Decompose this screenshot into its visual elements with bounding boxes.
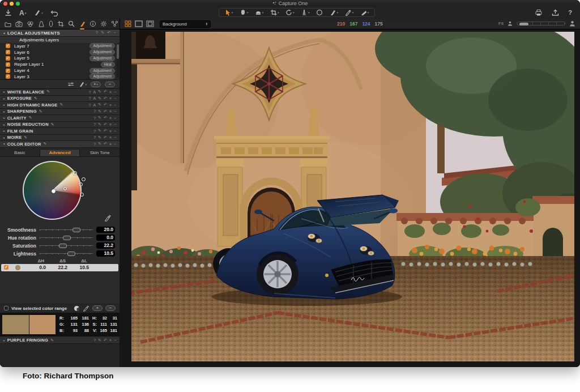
help-icon[interactable]: ?: [93, 129, 96, 133]
layer-brush-icon[interactable]: ▾: [78, 81, 87, 87]
select-tool-button[interactable]: ▾: [225, 9, 233, 16]
slider-value[interactable]: 0.0: [96, 235, 115, 241]
layer-row[interactable]: ✓Layer 4Adjustment: [0, 67, 120, 74]
panel-noise-reduction[interactable]: ▸ NOISE REDUCTION ✎ ?✎↶≡−: [0, 122, 120, 129]
crop-tool-button[interactable]: ▾: [270, 9, 279, 16]
collapse-panel-icon[interactable]: −: [114, 90, 116, 94]
exposure-tool-tab[interactable]: [49, 20, 53, 27]
menu-icon[interactable]: ≡: [109, 122, 112, 126]
zoom-slider-thumb[interactable]: [519, 23, 528, 25]
menu-icon[interactable]: ≡: [109, 135, 112, 139]
background-selector[interactable]: Background ▲▼: [160, 20, 211, 28]
pencil-icon[interactable]: ✎: [98, 116, 101, 120]
invert-slice-icon[interactable]: [74, 305, 80, 312]
tab-advanced[interactable]: Advanced: [40, 149, 80, 156]
panel-film-grain[interactable]: ▸ FILM GRAIN ?✎↶≡−: [0, 128, 120, 135]
pencil-icon[interactable]: ✎: [51, 122, 54, 127]
pencil-icon[interactable]: ✎: [98, 122, 101, 127]
layer-row[interactable]: ✓Layer 7Adjustment: [0, 43, 120, 49]
collapse-panel-icon[interactable]: −: [114, 96, 116, 100]
layer-row[interactable]: ✓Layer 6Adjustment: [0, 49, 120, 56]
color-tool-tab[interactable]: [27, 21, 34, 27]
pencil-icon[interactable]: ✎: [98, 109, 101, 114]
pencil-icon[interactable]: ✎: [98, 338, 101, 343]
pencil-icon[interactable]: ✎: [24, 135, 27, 140]
collapse-panel-icon[interactable]: −: [114, 142, 116, 146]
panel-exposure[interactable]: ▸ EXPOSURE ✎ ?A✎↶≡−: [0, 96, 120, 103]
collapse-panel-icon[interactable]: −: [114, 31, 116, 35]
slider-value[interactable]: 20.0: [96, 227, 115, 233]
lens-tool-tab[interactable]: [38, 21, 45, 27]
slider-value[interactable]: 10.5: [96, 250, 115, 257]
pencil-icon[interactable]: ✎: [98, 103, 101, 107]
help-icon[interactable]: ?: [93, 338, 96, 342]
menu-icon[interactable]: ≡: [109, 90, 112, 94]
color-range-handle[interactable]: [63, 187, 67, 190]
collapse-panel-icon[interactable]: −: [114, 338, 116, 342]
multi-view-button[interactable]: [125, 20, 131, 27]
pencil-icon[interactable]: ✎: [39, 109, 42, 114]
primary-view-button[interactable]: [135, 20, 143, 27]
straighten-tool-button[interactable]: ▾: [301, 9, 310, 16]
reset-icon[interactable]: ↶: [104, 90, 107, 94]
title-bar[interactable]: Capture One: [0, 0, 580, 7]
pencil-icon[interactable]: ✎: [98, 129, 101, 133]
details-tool-tab[interactable]: [68, 20, 75, 27]
reset-icon[interactable]: ↶: [107, 31, 110, 35]
color-range-center-handle[interactable]: [52, 189, 56, 193]
pencil-icon[interactable]: ✎: [50, 338, 54, 343]
saturation-slider[interactable]: [40, 244, 93, 248]
metadata-tool-tab[interactable]: [89, 20, 96, 27]
draw-mask-tool-button[interactable]: ▾: [330, 9, 339, 16]
auto-icon[interactable]: A: [93, 103, 96, 107]
slider-thumb[interactable]: [67, 252, 75, 256]
reset-icon[interactable]: ↶: [104, 109, 107, 114]
workflow-tool-tab[interactable]: [111, 20, 118, 27]
pencil-icon[interactable]: ✎: [29, 116, 32, 120]
color-range-handle[interactable]: [80, 193, 84, 197]
layer-checkbox[interactable]: ✓: [6, 69, 10, 73]
loupe-tool-button[interactable]: ▾: [255, 9, 264, 16]
menu-icon[interactable]: ≡: [109, 109, 112, 113]
compare-layers-icon[interactable]: [67, 82, 74, 87]
layer-row[interactable]: ✓Layer 5Adjustment: [0, 56, 120, 62]
reset-icon[interactable]: ↶: [104, 103, 107, 107]
pencil-icon[interactable]: ✎: [34, 96, 37, 101]
collapse-panel-icon[interactable]: −: [114, 122, 116, 126]
layer-row[interactable]: ✓Layer 3Adjustment: [0, 74, 120, 80]
view-range-checkbox[interactable]: [4, 306, 8, 310]
auto-icon[interactable]: A: [93, 90, 96, 94]
hue-rotation-slider[interactable]: [40, 236, 93, 240]
reset-icon[interactable]: ↶: [104, 338, 107, 343]
add-range-button[interactable]: +: [92, 305, 103, 311]
help-icon[interactable]: ?: [93, 135, 96, 139]
panel-color-editor[interactable]: ▾ COLOR EDITOR ✎ ?✎↶≡−: [0, 141, 120, 148]
local-adjustments-tool-tab[interactable]: [79, 20, 86, 27]
import-button[interactable]: [5, 9, 12, 16]
layer-checkbox[interactable]: ✓: [6, 74, 10, 79]
reset-icon[interactable]: ↶: [104, 142, 107, 146]
panel-moire[interactable]: ▸ MOIRE ✎ ?✎↶≡−: [0, 135, 120, 142]
help-icon[interactable]: ?: [88, 96, 91, 100]
panel-white-balance[interactable]: ▸ WHITE BALANCE ✎ ?A✎↶≡−: [0, 89, 120, 96]
proof-margin-button[interactable]: [146, 20, 154, 27]
fit-label[interactable]: Fit: [498, 21, 504, 26]
slider-value[interactable]: 22.2: [96, 242, 115, 249]
help-icon[interactable]: ?: [88, 90, 91, 94]
remove-range-button[interactable]: −: [105, 305, 116, 311]
pencil-icon[interactable]: ✎: [98, 90, 101, 94]
slider-thumb[interactable]: [63, 236, 71, 240]
panel-purple-fringing[interactable]: ▸ PURPLE FRINGING ✎ ?✎↶≡−: [0, 338, 120, 344]
panel-high-dynamic-range[interactable]: ▸ HIGH DYNAMIC RANGE ✎ ?A✎↶≡−: [0, 102, 120, 109]
help-icon[interactable]: ?: [96, 31, 98, 35]
local-adjustments-header[interactable]: ▾ LOCAL ADJUSTMENTS ? ✎ ↶ −: [0, 29, 120, 37]
panel-clarity[interactable]: ▸ CLARITY ✎ ?✎↶≡−: [0, 115, 120, 122]
add-layer-button[interactable]: +▾: [91, 82, 101, 87]
help-button[interactable]: ?: [568, 9, 572, 16]
pencil-icon[interactable]: ✎: [59, 103, 63, 107]
layer-checkbox[interactable]: ✓: [6, 44, 10, 48]
layers-scrollbar-thumb[interactable]: [117, 44, 119, 59]
pencil-icon[interactable]: ✎: [98, 142, 101, 146]
menu-icon[interactable]: ≡: [109, 96, 112, 100]
tab-skin-tone[interactable]: Skin Tone: [80, 149, 120, 156]
